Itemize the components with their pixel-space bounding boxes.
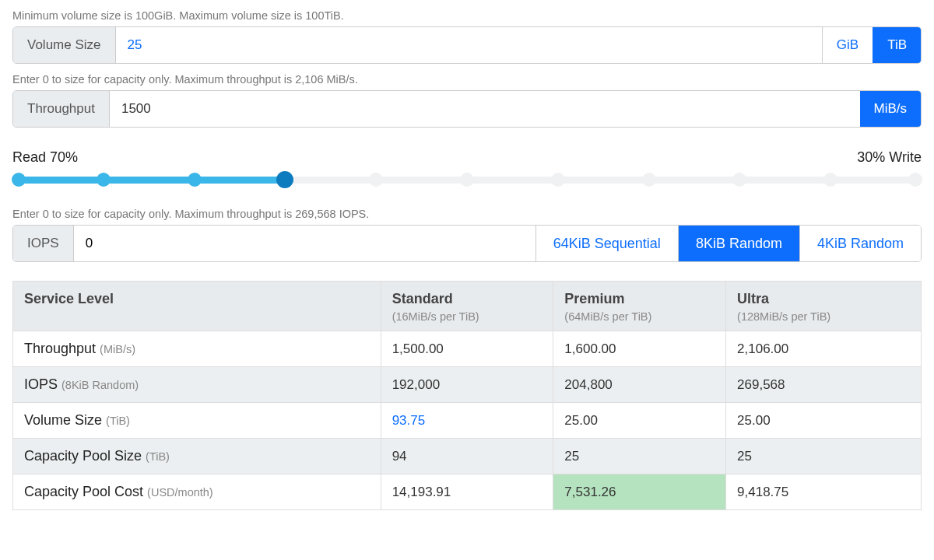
slider-thumb[interactable]	[276, 171, 293, 188]
cell-ultra: 9,418.75	[726, 474, 922, 510]
cell-premium: 204,800	[553, 367, 726, 403]
slider-fill	[12, 177, 285, 184]
volume-size-input[interactable]	[116, 27, 822, 63]
iops-64kib-sequential-button[interactable]: 64KiB Sequential	[535, 226, 678, 261]
row-label: Volume Size (TiB)	[13, 403, 381, 439]
volume-size-group: Volume Size GiB TiB	[12, 26, 922, 64]
cell-standard: 192,000	[381, 367, 553, 403]
read-write-slider[interactable]	[12, 172, 922, 187]
row-label: Capacity Pool Cost (USD/month)	[13, 474, 381, 510]
th-premium: Premium (64MiB/s per TiB)	[553, 282, 726, 331]
iops-group: IOPS 64KiB Sequential 8KiB Random 4KiB R…	[12, 225, 922, 262]
iops-4kib-random-button[interactable]: 4KiB Random	[799, 226, 921, 261]
cell-standard: 14,193.91	[381, 474, 553, 510]
cell-standard: 1,500.00	[381, 331, 553, 367]
read-write-slider-section: Read 70% 30% Write	[12, 149, 922, 187]
volume-size-label: Volume Size	[13, 27, 116, 63]
throughput-help: Enter 0 to size for capacity only. Maxim…	[12, 73, 922, 86]
cell-standard[interactable]: 93.75	[381, 403, 553, 439]
cell-premium: 1,600.00	[553, 331, 726, 367]
iops-label: IOPS	[13, 226, 74, 261]
cell-ultra: 25	[726, 439, 922, 474]
cell-premium: 25	[553, 439, 726, 474]
cell-ultra: 25.00	[726, 403, 922, 439]
th-service-level: Service Level	[13, 282, 381, 331]
iops-help: Enter 0 to size for capacity only. Maxim…	[12, 208, 922, 220]
throughput-group: Throughput MiB/s	[12, 90, 922, 128]
volume-size-help: Minimum volume size is 100GiB. Maximum v…	[12, 9, 922, 22]
cell-ultra: 269,568	[726, 367, 922, 403]
cell-premium: 7,531.26	[553, 474, 726, 510]
throughput-unit: MiB/s	[860, 91, 922, 127]
table-row: Capacity Pool Size (TiB)942525	[13, 439, 922, 474]
row-label: Throughput (MiB/s)	[13, 331, 381, 367]
row-label: IOPS (8KiB Random)	[13, 367, 381, 403]
slider-read-label: Read 70%	[12, 149, 78, 166]
th-ultra: Ultra (128MiB/s per TiB)	[726, 282, 922, 331]
iops-input[interactable]	[74, 226, 535, 261]
table-row: IOPS (8KiB Random)192,000204,800269,568	[13, 367, 922, 403]
slider-write-label: 30% Write	[857, 149, 922, 166]
cell-premium: 25.00	[553, 403, 726, 439]
unit-tib-button[interactable]: TiB	[873, 27, 921, 63]
table-row: Throughput (MiB/s)1,500.001,600.002,106.…	[13, 331, 922, 367]
th-standard: Standard (16MiB/s per TiB)	[381, 282, 553, 331]
cell-ultra: 2,106.00	[726, 331, 922, 367]
cell-standard: 94	[381, 439, 553, 474]
throughput-label: Throughput	[13, 91, 110, 127]
service-level-table: Service Level Standard (16MiB/s per TiB)…	[12, 281, 922, 510]
table-row: Capacity Pool Cost (USD/month)14,193.917…	[13, 474, 922, 510]
throughput-input[interactable]	[110, 91, 860, 127]
table-row: Volume Size (TiB)93.7525.0025.00	[13, 403, 922, 439]
iops-8kib-random-button[interactable]: 8KiB Random	[678, 226, 799, 261]
row-label: Capacity Pool Size (TiB)	[13, 439, 381, 474]
unit-gib-button[interactable]: GiB	[822, 27, 873, 63]
